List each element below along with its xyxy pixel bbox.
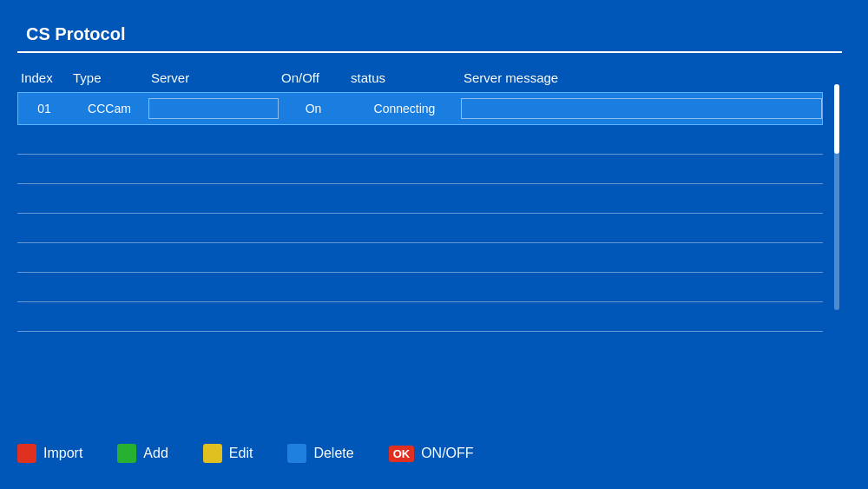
import-button[interactable]: Import	[17, 444, 82, 463]
col-header-onoff: On/Off	[278, 70, 347, 85]
col-header-server: Server	[148, 70, 278, 85]
empty-row	[17, 273, 823, 302]
edit-label: Edit	[229, 446, 253, 461]
cell-status: Connecting	[348, 102, 461, 116]
empty-rows	[17, 125, 823, 332]
table-header: Index Type Server On/Off status Server m…	[17, 67, 823, 89]
cell-message	[461, 98, 822, 119]
index-value: 01	[37, 102, 51, 116]
import-icon	[17, 444, 36, 463]
delete-label: Delete	[313, 446, 353, 461]
table-row[interactable]: 01 CCCam On Connecting	[17, 92, 823, 125]
import-label: Import	[43, 446, 82, 461]
col-header-type: Type	[69, 70, 148, 85]
scrollbar-thumb[interactable]	[834, 84, 839, 154]
cell-index: 01	[18, 102, 70, 116]
table-area: Index Type Server On/Off status Server m…	[17, 67, 823, 426]
onoff-label: ON/OFF	[421, 446, 473, 461]
scrollbar-track[interactable]	[834, 84, 839, 310]
delete-icon	[287, 444, 306, 463]
col-header-status: status	[347, 70, 460, 85]
onoff-button[interactable]: OK ON/OFF	[389, 446, 474, 462]
main-content: Index Type Server On/Off status Server m…	[17, 67, 842, 426]
empty-row	[17, 302, 823, 332]
col-header-message: Server message	[460, 70, 823, 85]
cell-server	[148, 98, 279, 119]
cell-type: CCCam	[70, 102, 148, 116]
empty-row	[17, 214, 823, 243]
empty-row	[17, 125, 823, 155]
add-button[interactable]: Add	[117, 444, 168, 463]
title-bar: CS Protocol	[17, 17, 842, 53]
delete-button[interactable]: Delete	[287, 444, 353, 463]
ok-icon: OK	[389, 446, 415, 462]
edit-button[interactable]: Edit	[203, 444, 253, 463]
empty-row	[17, 155, 823, 184]
cell-onoff: On	[279, 102, 348, 116]
empty-row	[17, 243, 823, 273]
add-icon	[117, 444, 136, 463]
page-title: CS Protocol	[26, 24, 125, 43]
edit-icon	[203, 444, 222, 463]
empty-row	[17, 184, 823, 214]
add-label: Add	[143, 446, 168, 461]
page-container: CS Protocol Index Type Server On/Off sta…	[0, 0, 868, 489]
footer-buttons: Import Add Edit Delete OK ON/OFF	[17, 444, 851, 463]
scrollbar-area	[832, 67, 842, 426]
col-header-index: Index	[17, 70, 69, 85]
